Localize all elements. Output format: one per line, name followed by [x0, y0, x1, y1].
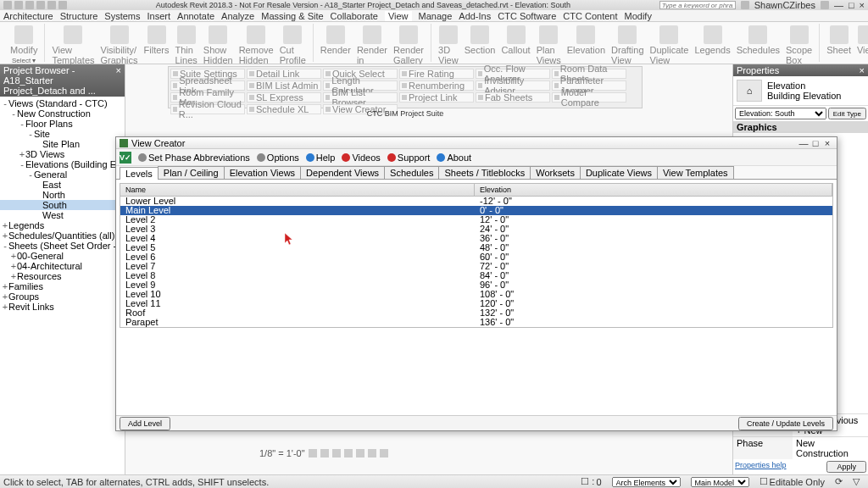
- dialog-tab[interactable]: Levels: [120, 167, 159, 180]
- tree-node[interactable]: +Groups: [0, 291, 125, 302]
- ribbon-button[interactable]: View: [855, 24, 868, 57]
- table-row[interactable]: Level 884' - 0": [120, 271, 832, 280]
- tree-node[interactable]: -Elevations (Building Elevation): [0, 159, 125, 169]
- dialog-titlebar[interactable]: View Creator — □ ×: [116, 137, 837, 149]
- properties-close-icon[interactable]: ×: [860, 65, 865, 75]
- dialog-maximize-button[interactable]: □: [810, 138, 821, 148]
- close-button[interactable]: ×: [860, 0, 865, 10]
- tree[interactable]: -Views (Standard - CTC)-New Construction…: [0, 97, 125, 313]
- redo-icon[interactable]: [47, 1, 56, 9]
- create-update-button[interactable]: Create / Update Levels: [738, 417, 833, 430]
- ribbon-tab[interactable]: CTC Software: [498, 11, 556, 21]
- ctc-button[interactable]: Detail Link: [247, 69, 321, 79]
- scale-label[interactable]: 1/8" = 1'-0": [259, 448, 305, 458]
- ribbon-button[interactable]: Scope Box: [784, 24, 814, 67]
- ribbon-button[interactable]: Render: [319, 24, 353, 57]
- detail-level-icon[interactable]: [309, 449, 317, 458]
- ribbon-button[interactable]: Render Gallery: [392, 24, 426, 67]
- table-row[interactable]: Level 10108' - 0": [120, 290, 832, 299]
- levels-table[interactable]: Name Elevation Lower Level-12' - 0"Main …: [120, 183, 833, 328]
- sun-path-icon[interactable]: [332, 449, 341, 458]
- table-row[interactable]: Level 324' - 0": [120, 225, 832, 234]
- sync-icon[interactable]: ⟳: [835, 476, 843, 487]
- tree-node[interactable]: +Revit Links: [0, 302, 125, 312]
- ribbon-button[interactable]: Thin Lines: [174, 24, 199, 67]
- tree-node[interactable]: West: [0, 210, 125, 220]
- dialog-tab[interactable]: Elevation Views: [224, 166, 301, 179]
- ctc-button[interactable]: Model Compare: [552, 92, 626, 103]
- tree-node[interactable]: -Floor Plans: [0, 119, 125, 129]
- dialog-tab[interactable]: Sheets / Titleblocks: [438, 166, 531, 179]
- ribbon-tab[interactable]: Analyze: [221, 11, 254, 21]
- table-row[interactable]: Main Level0' - 0": [120, 206, 832, 215]
- ribbon-button[interactable]: Cut Profile: [278, 24, 308, 67]
- crop-icon[interactable]: [356, 449, 364, 458]
- apply-button[interactable]: Apply: [826, 461, 866, 473]
- col-elevation[interactable]: Elevation: [475, 184, 832, 196]
- ribbon-tab[interactable]: View: [385, 11, 412, 21]
- dialog-tab[interactable]: Worksets: [530, 166, 581, 179]
- tree-node[interactable]: +3D Views: [0, 149, 125, 159]
- dialog-tab[interactable]: View Templates: [657, 166, 734, 179]
- ribbon-button[interactable]: Elevation: [565, 24, 607, 57]
- table-row[interactable]: Parapet136' - 0": [120, 318, 832, 327]
- browser-close-icon[interactable]: ×: [116, 65, 121, 96]
- ctc-button[interactable]: Project Link: [399, 92, 474, 103]
- table-row[interactable]: Level 212' - 0": [120, 215, 832, 225]
- save-icon[interactable]: [25, 1, 34, 9]
- ribbon-button[interactable]: Section: [463, 24, 498, 57]
- filter-select[interactable]: Arch Elements: [612, 477, 681, 487]
- ctc-button[interactable]: Renumbering: [399, 80, 474, 91]
- ribbon-button[interactable]: Duplicate View: [648, 24, 691, 67]
- table-row[interactable]: Level 548' - 0": [120, 243, 832, 252]
- table-row[interactable]: Lower Level-12' - 0": [120, 197, 832, 206]
- add-level-button[interactable]: Add Level: [120, 417, 170, 430]
- ribbon-tab[interactable]: Systems: [104, 11, 140, 21]
- ribbon-button[interactable]: Schedules: [735, 24, 782, 57]
- filter-icon[interactable]: ▽: [853, 476, 860, 487]
- tree-node[interactable]: +Schedules/Quantities (all): [0, 230, 125, 241]
- tree-node[interactable]: East: [0, 180, 125, 190]
- tree-node[interactable]: -General: [0, 169, 125, 180]
- ctc-button[interactable]: Schedule XL: [247, 104, 321, 114]
- element-selector[interactable]: Elevation: South: [735, 108, 826, 119]
- help-icon[interactable]: [821, 1, 829, 9]
- ribbon-tab[interactable]: Massing & Site: [261, 11, 323, 21]
- ribbon-button[interactable]: Legends: [693, 24, 732, 57]
- type-selector[interactable]: ⌂ Elevation Building Elevation: [733, 76, 868, 106]
- tree-node[interactable]: -New Construction: [0, 108, 125, 119]
- ribbon-button[interactable]: Callout: [499, 24, 531, 57]
- ribbon-tab[interactable]: Add-Ins: [459, 11, 491, 21]
- shadows-icon[interactable]: [344, 449, 353, 458]
- search-input[interactable]: [659, 1, 736, 9]
- tree-node[interactable]: +Legends: [0, 220, 125, 230]
- dialog-minimize-button[interactable]: —: [798, 138, 810, 148]
- ribbon-button[interactable]: Visibility/ Graphics: [99, 24, 140, 67]
- ribbon-tab[interactable]: Manage: [419, 11, 453, 21]
- table-row[interactable]: Level 436' - 0": [120, 234, 832, 243]
- selection-count[interactable]: ☐ :0: [581, 476, 601, 487]
- revit-icon[interactable]: [3, 1, 12, 9]
- toolbar-item[interactable]: Support: [387, 152, 431, 163]
- properties-help-link[interactable]: Properties help: [735, 461, 825, 473]
- print-icon[interactable]: [58, 1, 67, 9]
- tree-node[interactable]: -Sheets (Sheet Set Order - CTC): [0, 241, 125, 251]
- table-row[interactable]: Level 660' - 0": [120, 252, 832, 262]
- open-icon[interactable]: [14, 1, 23, 9]
- tree-node[interactable]: +00-General: [0, 251, 125, 261]
- ribbon-tab[interactable]: Annotate: [177, 11, 214, 21]
- maximize-button[interactable]: □: [849, 0, 854, 10]
- toolbar-item[interactable]: About: [437, 152, 471, 163]
- tree-node[interactable]: +Families: [0, 281, 125, 291]
- ribbon-button[interactable]: Modify: [8, 24, 39, 57]
- dialog-tab[interactable]: Plan / Ceiling: [158, 166, 225, 179]
- ribbon-tab[interactable]: Collaborate: [331, 11, 378, 21]
- ctc-button[interactable]: Revision Cloud R...: [170, 104, 245, 114]
- toolbar-item[interactable]: Set Phase Abbreviations: [138, 152, 250, 163]
- tree-node[interactable]: North: [0, 190, 125, 200]
- col-name[interactable]: Name: [120, 184, 475, 196]
- ribbon-button[interactable]: Drafting View: [609, 24, 646, 67]
- ribbon-tab[interactable]: Insert: [147, 11, 171, 21]
- toolbar-item[interactable]: Help: [306, 152, 336, 163]
- ribbon-tab[interactable]: Structure: [60, 11, 98, 21]
